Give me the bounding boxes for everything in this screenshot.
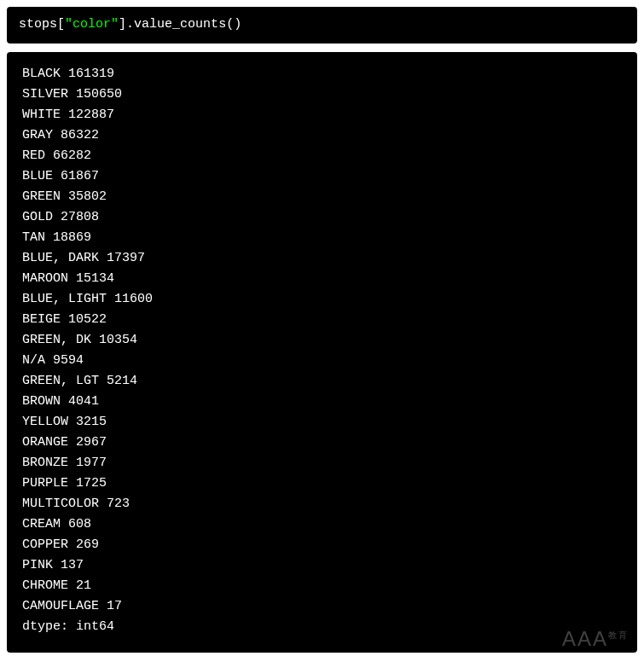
output-row-count: 269 (76, 537, 99, 552)
output-row-label: BROWN (22, 394, 61, 409)
output-row-label: GRAY (22, 128, 53, 142)
output-row-count: 10522 (68, 312, 107, 327)
output-row-count: 10354 (99, 333, 137, 347)
output-row-count: 4041 (68, 394, 99, 409)
output-row-label: N/A (22, 353, 45, 368)
output-row-count: 66282 (53, 148, 91, 163)
output-row-count: 1725 (76, 476, 107, 491)
output-row: PINK 137 (22, 555, 622, 576)
output-row: ORANGE 2967 (22, 433, 622, 453)
output-row-count: 18869 (53, 230, 91, 245)
output-row-label: RED (22, 148, 45, 163)
output-row-count: 3215 (76, 415, 107, 429)
output-row: BLUE, DARK 17397 (22, 248, 622, 269)
output-row-label: ORANGE (22, 435, 68, 450)
output-row: SILVER 150650 (22, 84, 622, 105)
output-row-label: CHROME (22, 578, 68, 593)
output-row-count: 137 (61, 558, 84, 572)
output-row-label: PURPLE (22, 476, 68, 491)
output-row: PURPLE 1725 (22, 473, 622, 494)
output-rows-container: BLACK 161319SILVER 150650WHITE 122887GRA… (22, 64, 622, 617)
output-row-label: GREEN, DK (22, 333, 91, 347)
output-row-label: BLUE, LIGHT (22, 292, 107, 306)
output-row: GOLD 27808 (22, 207, 622, 228)
code-token-dot: . (126, 17, 134, 32)
output-row-count: 21 (76, 578, 91, 593)
output-dtype-line: dtype: int64 (22, 617, 622, 637)
output-row-count: 608 (68, 517, 91, 531)
code-token-bracket-open: [ (57, 17, 65, 32)
output-row-label: COPPER (22, 537, 68, 552)
output-row: BLUE, LIGHT 11600 (22, 289, 622, 310)
output-row-count: 61867 (61, 169, 99, 183)
output-row-label: PINK (22, 558, 53, 572)
code-token-parens: () (226, 17, 241, 32)
output-row-label: CREAM (22, 517, 61, 531)
output-row: N/A 9594 (22, 351, 622, 371)
output-row-count: 11600 (114, 292, 153, 306)
output-row: GREEN, LGT 5214 (22, 371, 622, 392)
output-row-count: 35802 (68, 189, 107, 204)
output-row: GRAY 86322 (22, 125, 622, 146)
code-output-cell: BLACK 161319SILVER 150650WHITE 122887GRA… (7, 52, 637, 653)
code-token-var: stops (19, 17, 57, 32)
output-row: WHITE 122887 (22, 105, 622, 125)
output-row-count: 86322 (61, 128, 99, 142)
output-row-label: MAROON (22, 271, 68, 286)
output-row-label: BLACK (22, 67, 61, 81)
output-row-label: BEIGE (22, 312, 61, 327)
code-token-bracket-close: ] (119, 17, 126, 32)
output-row: GREEN 35802 (22, 187, 622, 207)
code-line: stops["color"].value_counts() (19, 15, 625, 35)
output-row-label: MULTICOLOR (22, 496, 99, 511)
output-row: TAN 18869 (22, 228, 622, 248)
output-row-label: TAN (22, 230, 45, 245)
output-row: BRONZE 1977 (22, 453, 622, 473)
output-row: MULTICOLOR 723 (22, 494, 622, 514)
output-row-label: CAMOUFLAGE (22, 599, 99, 613)
output-row-label: BLUE (22, 169, 53, 183)
output-row: CAMOUFLAGE 17 (22, 596, 622, 617)
output-row-count: 122887 (68, 107, 114, 122)
output-row-label: GREEN, LGT (22, 374, 99, 388)
output-row: BROWN 4041 (22, 392, 622, 412)
output-row-label: WHITE (22, 107, 61, 122)
output-row-count: 161319 (68, 67, 114, 81)
output-row-count: 1977 (76, 456, 107, 470)
code-token-string: color (73, 17, 111, 32)
output-row-count: 17397 (107, 251, 145, 265)
output-row-count: 5214 (107, 374, 137, 388)
output-row: CHROME 21 (22, 576, 622, 596)
output-row: BEIGE 10522 (22, 310, 622, 330)
output-row-count: 723 (107, 496, 130, 511)
output-row-count: 15134 (76, 271, 114, 286)
output-row-count: 17 (107, 599, 122, 613)
code-input-cell[interactable]: stops["color"].value_counts() (7, 7, 637, 44)
output-row-label: BRONZE (22, 456, 68, 470)
output-row: GREEN, DK 10354 (22, 330, 622, 351)
output-row-label: BLUE, DARK (22, 251, 99, 265)
output-row-label: GREEN (22, 189, 61, 204)
output-row: BLACK 161319 (22, 64, 622, 84)
output-row-count: 150650 (76, 87, 122, 102)
output-row-label: SILVER (22, 87, 68, 102)
output-row: RED 66282 (22, 146, 622, 166)
output-row-count: 27808 (61, 210, 99, 224)
code-token-quote-open: " (65, 17, 73, 32)
output-row-label: GOLD (22, 210, 53, 224)
output-row: COPPER 269 (22, 535, 622, 555)
output-row: MAROON 15134 (22, 269, 622, 289)
output-row-label: YELLOW (22, 415, 68, 429)
code-token-method: value_counts (134, 17, 226, 32)
output-row-count: 2967 (76, 435, 107, 450)
code-token-quote-close: " (111, 17, 119, 32)
output-row: CREAM 608 (22, 514, 622, 535)
output-row-count: 9594 (53, 353, 84, 368)
output-row: BLUE 61867 (22, 166, 622, 187)
output-row: YELLOW 3215 (22, 412, 622, 433)
